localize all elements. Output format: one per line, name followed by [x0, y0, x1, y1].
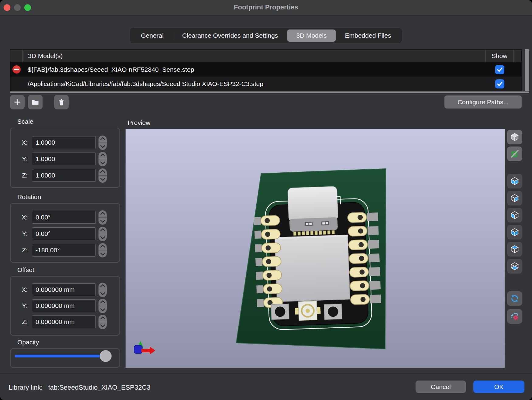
spin-down-button[interactable]	[98, 250, 107, 257]
chevron-up-icon	[100, 300, 105, 305]
chevron-down-icon	[100, 176, 105, 181]
ok-button[interactable]: OK	[473, 381, 524, 393]
tab-general[interactable]: General	[132, 29, 173, 42]
spin-up-button[interactable]	[98, 210, 107, 218]
browse-model-button[interactable]	[28, 95, 43, 109]
scale-z-spinner[interactable]	[98, 168, 107, 183]
tab-clearance-overrides[interactable]: Clearance Overrides and Settings	[173, 29, 287, 42]
spin-up-button[interactable]	[98, 136, 107, 143]
scale-y-label: Y:	[17, 155, 28, 163]
rotation-x-spinner[interactable]	[98, 210, 107, 225]
render-settings-button[interactable]	[507, 309, 522, 324]
rotation-y-spinner[interactable]	[98, 227, 107, 241]
header-filler	[513, 50, 521, 62]
offset-x-input[interactable]	[32, 283, 96, 296]
scale-y-input[interactable]	[32, 153, 96, 165]
model-table-header: 3D Model(s) Show	[10, 50, 521, 63]
orthographic-view-button[interactable]	[507, 130, 522, 144]
status-column-header	[10, 50, 23, 62]
spin-up-button[interactable]	[98, 152, 107, 159]
trash-icon	[57, 98, 66, 106]
offset-y-label: Y:	[17, 302, 28, 309]
opacity-slider-knob[interactable]	[100, 350, 112, 362]
chevron-up-icon	[100, 153, 105, 159]
view-right-button[interactable]	[507, 191, 522, 205]
spin-down-button[interactable]	[98, 234, 107, 241]
configure-paths-button[interactable]: Configure Paths...	[444, 95, 522, 109]
offset-y-spinner[interactable]	[98, 299, 107, 313]
rotation-group-label: Rotation	[17, 193, 41, 201]
spin-down-button[interactable]	[98, 159, 107, 166]
cancel-button[interactable]: Cancel	[416, 381, 466, 393]
spin-up-button[interactable]	[98, 243, 107, 250]
show-cell	[486, 65, 513, 74]
offset-z-spinner[interactable]	[98, 315, 107, 329]
chevron-down-icon	[100, 160, 105, 165]
chevron-down-icon	[100, 234, 105, 240]
scale-z-label: Z:	[17, 172, 28, 179]
tab-3d-models[interactable]: 3D Models	[287, 29, 336, 42]
spin-down-button[interactable]	[98, 143, 107, 150]
table-vertical-scrollbar[interactable]	[525, 49, 529, 91]
view-left-cube-icon	[510, 210, 520, 220]
view-left-button[interactable]	[507, 208, 522, 222]
hide-board-body-icon	[510, 149, 520, 159]
model-path[interactable]: ${FAB}/fab.3dshapes/Seeed_XIAO-nRF52840_…	[22, 66, 486, 73]
footprint-properties-dialog: Footprint Properties General Clearance O…	[0, 0, 532, 400]
view-top-cube-icon	[510, 244, 520, 254]
show-cell	[486, 79, 513, 88]
offset-z-input[interactable]	[32, 316, 96, 328]
spin-down-button[interactable]	[98, 306, 107, 313]
scale-x-input[interactable]	[32, 136, 96, 149]
view-bottom-cube-icon	[510, 261, 520, 271]
view-back-cube-icon	[510, 227, 520, 237]
chevron-down-icon	[100, 290, 105, 295]
opacity-group-label: Opacity	[17, 339, 39, 346]
view-front-button[interactable]	[507, 174, 522, 188]
chevron-up-icon	[100, 137, 105, 142]
spin-down-button[interactable]	[98, 218, 107, 225]
rotation-z-spinner[interactable]	[98, 243, 107, 257]
show-checkbox-row-2[interactable]	[495, 79, 504, 88]
spin-up-button[interactable]	[98, 315, 107, 322]
reload-models-button[interactable]	[507, 291, 522, 306]
view-top-button[interactable]	[507, 242, 522, 257]
scale-z-input[interactable]	[32, 169, 96, 182]
rotation-z-input[interactable]	[32, 244, 96, 257]
check-icon	[496, 80, 503, 88]
preview-3d-viewport[interactable]	[126, 129, 505, 368]
offset-group-label: Offset	[17, 266, 34, 274]
view-back-button[interactable]	[507, 225, 522, 240]
chevron-up-icon	[100, 245, 105, 250]
model-path[interactable]: /Applications/KiCad/Libraries/fab/fab.3d…	[22, 80, 486, 88]
spin-down-button[interactable]	[98, 322, 107, 329]
plus-icon	[13, 98, 22, 106]
spin-up-button[interactable]	[98, 227, 107, 234]
spin-down-button[interactable]	[98, 290, 107, 297]
opacity-slider-track[interactable]	[15, 355, 106, 357]
rotation-x-input[interactable]	[32, 211, 96, 224]
scale-x-label: X:	[17, 139, 28, 146]
view-front-cube-icon	[510, 176, 520, 186]
chevron-up-icon	[100, 316, 105, 322]
spin-up-button[interactable]	[98, 168, 107, 176]
spin-up-button[interactable]	[98, 299, 107, 306]
table-horizontal-scrollbar[interactable]	[10, 91, 529, 93]
delete-model-button[interactable]	[54, 95, 69, 109]
offset-y-input[interactable]	[32, 299, 96, 312]
rotation-y-input[interactable]	[32, 227, 96, 240]
scale-x-spinner[interactable]	[98, 136, 107, 150]
scale-y-spinner[interactable]	[98, 152, 107, 166]
offset-x-spinner[interactable]	[98, 283, 107, 297]
hide-board-body-button[interactable]	[507, 147, 522, 161]
table-row[interactable]: ${FAB}/fab.3dshapes/Seeed_XIAO-nRF52840_…	[10, 62, 521, 77]
view-bottom-button[interactable]	[507, 259, 522, 274]
show-checkbox-row-1[interactable]	[495, 65, 504, 74]
add-model-button[interactable]	[10, 95, 25, 109]
spin-up-button[interactable]	[98, 283, 107, 290]
titlebar: Footprint Properties	[0, 0, 532, 16]
tab-embedded-files[interactable]: Embedded Files	[336, 29, 400, 42]
table-row[interactable]: /Applications/KiCad/Libraries/fab/fab.3d…	[10, 77, 521, 91]
rotation-x-label: X:	[17, 214, 28, 221]
spin-down-button[interactable]	[98, 176, 107, 183]
